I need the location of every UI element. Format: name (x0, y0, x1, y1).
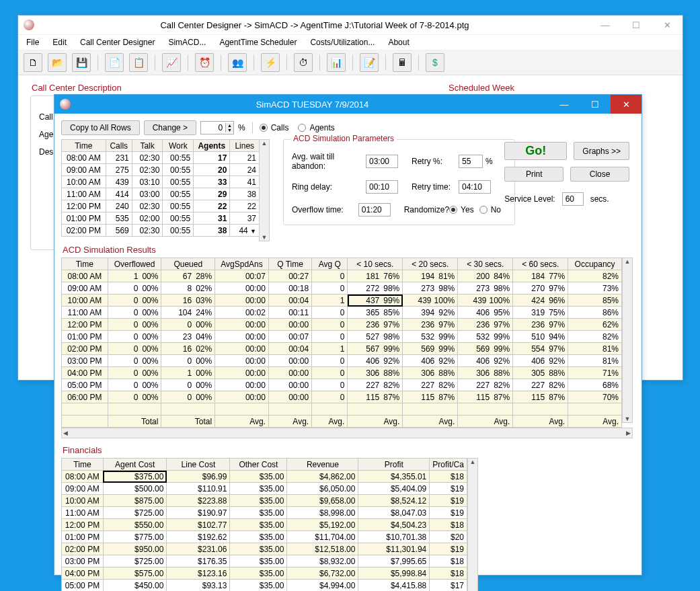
col-header[interactable]: Work (163, 140, 194, 152)
cell[interactable]: 0 (312, 367, 348, 379)
cell[interactable]: 00:55 (163, 164, 194, 176)
col-header[interactable]: Lines (230, 140, 260, 152)
cell[interactable]: 12:00 PM (62, 519, 104, 531)
cell[interactable]: 04:00 PM (62, 367, 108, 379)
cell[interactable]: 04:00 PM (62, 567, 104, 580)
cell[interactable]: $35.00 (230, 483, 287, 495)
cell[interactable]: 00:00 (215, 367, 269, 379)
vertical-scrollbar[interactable]: ▲▼ (259, 139, 270, 241)
col-header[interactable]: Line Cost (167, 459, 230, 471)
cell[interactable]: 275 (106, 164, 132, 176)
chart-icon[interactable]: 📈 (162, 53, 181, 72)
cell[interactable]: 414 (106, 188, 132, 200)
cell[interactable]: 05:00 PM (62, 379, 108, 391)
people-icon[interactable]: 👥 (228, 53, 247, 72)
cell[interactable]: 38 (230, 188, 260, 200)
cell[interactable]: $9,658.00 (287, 495, 358, 507)
cell[interactable]: 1602% (161, 343, 215, 355)
cell[interactable]: 00:55 (163, 176, 194, 188)
maximize-button[interactable]: ☐ (580, 95, 611, 114)
cell[interactable]: $11,704.00 (287, 531, 358, 543)
col-header[interactable]: < 60 secs. (513, 258, 568, 270)
table-row[interactable]: 08:00 AM100%6728%00:0700:27018176%19481%… (62, 270, 622, 282)
cell[interactable]: $7,995.65 (358, 555, 430, 567)
cell[interactable]: 00:55 (163, 188, 194, 200)
cell[interactable]: 0 (312, 391, 348, 403)
cell[interactable]: 56799% (348, 343, 403, 355)
cell[interactable]: 20 (194, 164, 230, 176)
cell[interactable]: $10,701.38 (358, 531, 430, 543)
cell[interactable]: 22 (194, 200, 230, 212)
cell[interactable]: 02:00 PM (62, 343, 108, 355)
cell[interactable]: 31975% (513, 307, 568, 319)
cell[interactable]: 11:00 AM (62, 507, 104, 519)
cell[interactable]: 40692% (348, 355, 403, 367)
dollar-icon[interactable]: $ (426, 53, 444, 72)
cell[interactable]: 02:30 (132, 164, 163, 176)
minimize-button[interactable]: — (549, 95, 580, 114)
cell[interactable]: $5,192.00 (287, 519, 358, 531)
cell[interactable]: 000% (108, 343, 161, 355)
cell[interactable]: 55497% (513, 343, 568, 355)
cell[interactable]: 00:00 (268, 379, 311, 391)
col-header[interactable]: Queued (161, 258, 215, 270)
cell[interactable]: 00:00 (268, 391, 311, 403)
cell[interactable]: 1 (312, 294, 348, 307)
cell[interactable]: 03:00 PM (62, 355, 108, 367)
cell[interactable]: 06:00 PM (62, 391, 108, 403)
cell[interactable]: $8,047.03 (358, 507, 430, 519)
table-row[interactable]: 03:00 PM$725.00$176.35$35.00$8,932.00$7,… (62, 555, 467, 567)
col-header[interactable]: Q Time (268, 258, 311, 270)
table-row[interactable]: 10:00 AM$875.00$223.88$35.00$9,658.00$8,… (62, 495, 467, 507)
cell[interactable]: 27298% (348, 282, 403, 294)
col-header[interactable]: < 20 secs. (403, 258, 458, 270)
cell[interactable]: 10424% (161, 307, 215, 319)
cell[interactable]: 00:55 (163, 225, 194, 237)
cell[interactable]: $575.00 (103, 567, 167, 580)
menu-simacd[interactable]: SimACD... (168, 38, 206, 47)
go-button[interactable]: Go! (504, 142, 567, 160)
clock-icon[interactable]: ⏰ (195, 53, 214, 72)
cell[interactable]: $176.35 (167, 555, 230, 567)
col-header[interactable]: Agent Cost (103, 459, 167, 471)
cell[interactable]: 00:00 (268, 367, 311, 379)
table-row[interactable]: 02:00 PM$950.00$231.06$35.00$12,518.00$1… (62, 543, 467, 555)
save-icon[interactable]: 💾 (72, 53, 91, 72)
cell[interactable]: 30688% (403, 367, 458, 379)
table-row[interactable]: 08:00 AM23102:3000:551721 (62, 152, 260, 164)
cell[interactable]: 43799% (348, 294, 403, 307)
cell[interactable]: 000% (161, 391, 215, 403)
cell[interactable]: 38 (194, 225, 230, 237)
open-icon[interactable]: 📂 (48, 53, 67, 72)
cell[interactable]: 23697% (458, 319, 513, 331)
overflow-input[interactable] (358, 203, 391, 216)
input-grid[interactable]: TimeCallsTalkWorkAgentsLines 08:00 AM231… (61, 139, 260, 237)
col-header[interactable]: Revenue (287, 459, 358, 471)
cell[interactable]: 40692% (403, 355, 458, 367)
cell[interactable]: $190.97 (167, 507, 230, 519)
cell[interactable]: 27398% (403, 282, 458, 294)
copy-icon[interactable]: 📄 (105, 53, 124, 72)
cell[interactable]: 00:00 (215, 331, 269, 343)
cell[interactable]: 100% (108, 270, 161, 282)
cell[interactable]: $8,998.00 (287, 507, 358, 519)
cell[interactable]: 12:00 PM (62, 319, 108, 331)
cell[interactable]: $4,994.00 (287, 580, 358, 592)
cell[interactable]: 08:00 AM (62, 270, 108, 282)
cell[interactable]: 0 (312, 379, 348, 391)
cell[interactable]: $8,932.00 (287, 555, 358, 567)
cell[interactable]: $18 (430, 519, 467, 531)
cell[interactable]: 0 (312, 307, 348, 319)
radio-no[interactable]: No (479, 205, 501, 214)
cell[interactable]: 27097% (513, 282, 568, 294)
cell[interactable]: 11587% (348, 391, 403, 403)
cell[interactable]: $6,732.00 (287, 567, 358, 580)
cell[interactable]: 33 (194, 176, 230, 188)
cell[interactable]: 11:00 AM (62, 188, 106, 200)
cell[interactable]: 09:00 AM (62, 164, 106, 176)
cell[interactable]: 00:00 (268, 355, 311, 367)
cell[interactable]: 53299% (458, 331, 513, 343)
cell[interactable]: $17 (430, 580, 467, 592)
table-row[interactable]: 05:00 PM000%000%00:0000:00022782%22782%2… (62, 379, 622, 391)
cell[interactable]: $19 (430, 495, 467, 507)
